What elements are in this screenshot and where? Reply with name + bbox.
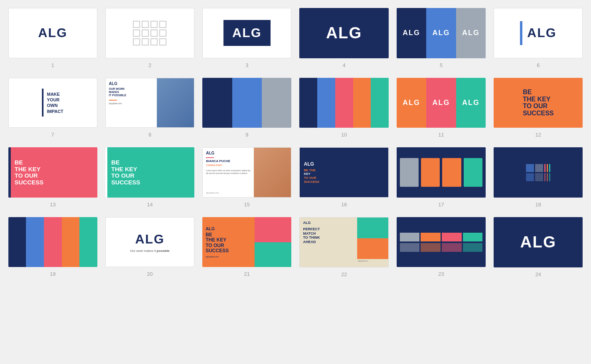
card-number-11: 11 [438, 132, 444, 138]
card-number-5: 5 [440, 62, 443, 68]
thumb-8: ALG OUR WORKMAKESIT POSSIBLE alg-global.… [105, 78, 194, 128]
thumb-19 [8, 217, 97, 267]
card-number-7: 7 [51, 132, 54, 138]
card-4[interactable]: ALG 4 [299, 8, 388, 68]
c22-left: ALG PERFECTMATCHTO THINKAHEAD [300, 218, 357, 267]
navy-box-3: ALG [223, 20, 271, 46]
bio-footer-15: alg-global.com [206, 192, 251, 194]
thumb-11: ALG ALG ALG [397, 78, 486, 128]
card-5[interactable]: ALG ALG ALG 5 [397, 8, 486, 68]
card-15[interactable]: ALG BIANCA PUCHE CONSULTANT Lorem ipsum … [202, 147, 291, 208]
sw-orange-19 [62, 217, 80, 267]
bio-name-15: BIANCA PUCHE [206, 159, 251, 163]
card-12[interactable]: BETHE KEYTO OURSUCCESS 12 [494, 78, 583, 138]
ds-teal2-23 [463, 243, 483, 252]
thumb-4: ALG [299, 8, 388, 58]
card-18[interactable]: 18 [494, 147, 583, 208]
grid18-row1 [526, 164, 550, 172]
card-13[interactable]: BETHE KEYTO OURSUCCESS 13 [8, 147, 97, 208]
alg-logo-20: ALG [135, 232, 165, 247]
card-number-6: 6 [537, 62, 540, 68]
sw-orange1-17 [421, 158, 440, 186]
swatch-row-19 [8, 217, 97, 267]
card-number-13: 13 [50, 202, 55, 208]
c22-title: PERFECTMATCHTO THINKAHEAD [303, 227, 354, 244]
alg-logo-3: ALG [232, 26, 262, 40]
bio-left-15: ALG BIANCA PUCHE CONSULTANT Lorem ipsum … [203, 148, 254, 197]
card-2[interactable]: 2 [105, 8, 194, 68]
card-number-8: 8 [148, 132, 151, 138]
card-9[interactable]: 9 [202, 78, 291, 138]
sw-navy-19 [8, 217, 26, 267]
g-line-2 [547, 164, 548, 172]
dark-swatches-23 [400, 220, 482, 264]
card-number-14: 14 [147, 202, 152, 208]
thumb-10 [299, 78, 388, 128]
card-11[interactable]: ALG ALG ALG 11 [397, 78, 486, 138]
c22-r1 [357, 218, 388, 238]
card-number-20: 20 [147, 271, 152, 277]
sw-teal-19 [79, 217, 97, 267]
ds-teal-23 [463, 233, 483, 241]
pres-slide-8: ALG OUR WORKMAKESIT POSSIBLE alg-global.… [106, 78, 194, 128]
card-17[interactable]: 17 [397, 147, 486, 208]
card-10[interactable]: 10 [299, 78, 388, 138]
g-sq-3 [526, 173, 534, 181]
thumb-17 [397, 147, 486, 198]
card-21[interactable]: ALG BETHE KEYTO OURSUCCESS alg-global.co… [202, 217, 291, 277]
thumb-12: BETHE KEYTO OURSUCCESS [494, 78, 583, 128]
card-number-3: 3 [245, 62, 248, 68]
g-line-1 [544, 164, 546, 172]
card-19[interactable]: 19 [8, 217, 97, 277]
card-number-24: 24 [536, 271, 541, 277]
ok-logo-21: ALG [206, 226, 251, 231]
card-24[interactable]: ALG 24 [494, 217, 583, 277]
card-number-18: 18 [536, 202, 541, 208]
sw-salmon-19 [44, 217, 62, 267]
card-number-2: 2 [148, 62, 151, 68]
pres-title-8: OUR WORKMAKESIT POSSIBLE [109, 87, 154, 97]
ok-r1-21 [255, 217, 291, 242]
g-sq-1 [526, 164, 534, 172]
card-number-17: 17 [438, 202, 444, 208]
thumb-22: ALG PERFECTMATCHTO THINKAHEAD alg-global… [299, 217, 388, 267]
pres-left-8: ALG OUR WORKMAKESIT POSSIBLE alg-global.… [106, 78, 157, 128]
ds-salmon2-23 [442, 243, 462, 252]
ds-orange2-23 [421, 243, 441, 252]
card-7[interactable]: MAKEYOUROWNIMPACT 7 [8, 78, 97, 138]
col-orange-11: ALG [397, 78, 426, 128]
card-22[interactable]: ALG PERFECTMATCHTO THINKAHEAD alg-global… [299, 217, 388, 277]
card-14[interactable]: BETHE KEYTO OURSUCCESS 14 [105, 147, 194, 208]
card-20[interactable]: ALG Our work makes it possible 20 [105, 217, 194, 277]
tagline-20: Our work makes it possible [130, 249, 170, 253]
swatch-salmon-10 [335, 78, 353, 128]
card-6[interactable]: ALG 6 [494, 8, 583, 68]
card-16[interactable]: ALG BE THEKEYTO OURSUCCESS 16 [299, 147, 388, 208]
sw-orange2-17 [442, 158, 461, 186]
bio-body-15: Lorem ipsum dolor sit amet consectetur a… [206, 169, 251, 175]
grid-squares-icon [129, 17, 170, 49]
card-number-22: 22 [341, 271, 347, 277]
alg-logo-4: ALG [326, 24, 362, 42]
grid18-row2 [526, 173, 550, 181]
sw-gray-17 [400, 158, 419, 186]
grid18-content [497, 150, 579, 194]
card-3[interactable]: ALG 3 [202, 8, 291, 68]
blue-bar-6 [520, 21, 522, 45]
swatch-blue-10 [317, 78, 335, 128]
c22-right: alg-global.com [357, 218, 388, 267]
thumb-23 [397, 217, 486, 267]
card-1[interactable]: ALG 1 [8, 8, 97, 68]
card-8[interactable]: ALG OUR WORKMAKESIT POSSIBLE alg-global.… [105, 78, 194, 138]
thumb-2 [105, 8, 194, 58]
col-blue-5: ALG [426, 8, 456, 58]
sw-teal-17 [464, 158, 482, 186]
swatch-teal-10 [371, 78, 389, 128]
thumb-15: ALG BIANCA PUCHE CONSULTANT Lorem ipsum … [202, 147, 291, 198]
card-number-10: 10 [341, 132, 347, 138]
thumb-20: ALG Our work makes it possible [105, 217, 194, 267]
card-23[interactable]: 23 [397, 217, 486, 277]
bio-right-15 [254, 148, 291, 197]
alg-logo-1: ALG [38, 26, 67, 40]
swatches-9 [202, 78, 291, 128]
